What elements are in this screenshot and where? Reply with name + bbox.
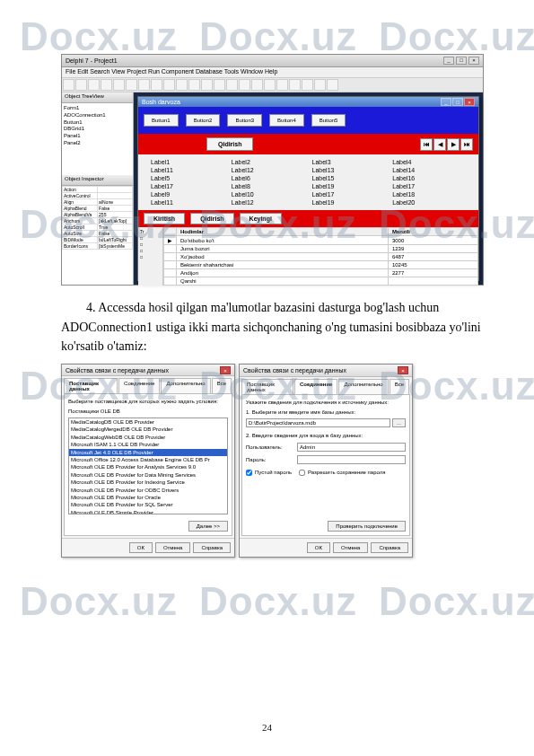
tab-connection: Соединение: [118, 378, 160, 393]
form-button: Button5: [311, 114, 346, 127]
ide-titlebar: Delphi 7 - Project1 _ □ ×: [62, 55, 483, 67]
form-window: Bosh darvoza _ □ × Button1 Button2 Butto…: [137, 96, 479, 281]
datalink-dialog-provider: Свойства связи с передачи данных × Поста…: [61, 364, 235, 558]
watermark: Docx.uz: [199, 579, 357, 624]
password-input: [297, 455, 406, 464]
tab-provider: Поставщик данных: [64, 378, 118, 393]
minimize-icon: _: [441, 98, 451, 106]
password-label: Пароль:: [246, 456, 294, 463]
dialog-title: Свойства связи с передачи данных: [66, 367, 169, 374]
selected-provider: Microsoft Jet 4.0 OLE DB Provider: [69, 449, 227, 456]
insert-button: Kiritish: [144, 213, 185, 224]
list-header: Поставщики OLE DB: [68, 408, 228, 415]
tab-all: Все: [212, 378, 232, 393]
next-button: Далее >>: [188, 521, 228, 532]
next-button: Keyingi: [240, 213, 282, 224]
page-number: 24: [0, 722, 534, 733]
save-password-checkbox: Разрешить сохранение пароля: [299, 469, 385, 476]
form-dbgrid: Tr□□□□ HodimlarManzili ▶Do'stbobo ko't30…: [138, 227, 478, 286]
help-button: Справка: [371, 542, 408, 553]
ide-title: Delphi 7 - Project1: [66, 57, 118, 64]
datalink-dialog-connection: Свойства связи с передачи данных × Поста…: [239, 364, 413, 558]
ok-button: ОК: [129, 542, 153, 553]
nav-last-icon: ⏭: [460, 138, 473, 151]
ide-sidebar: Object TreeView Form1 ADOConnection1 But…: [62, 92, 134, 285]
maximize-icon: □: [452, 98, 463, 106]
minimize-icon: _: [443, 57, 454, 65]
blank-password-checkbox: Пустой пароль: [246, 469, 292, 476]
object-inspector-header: Object Inspector: [62, 175, 133, 186]
ide-designer: Bosh darvoza _ □ × Button1 Button2 Butto…: [134, 92, 483, 285]
dialog-tabs: Поставщик данных Соединение Дополнительн…: [62, 376, 234, 393]
form-button: Button3: [227, 114, 262, 127]
object-inspector: Action ActiveControl AlignalNone AlphaBl…: [62, 186, 133, 285]
object-treeview: Form1 ADOConnection1 Button1 DBGrid1 Pan…: [62, 103, 133, 175]
tab-advanced: Дополнительно: [338, 379, 388, 394]
cancel-button: Отмена: [155, 542, 191, 553]
form-button: Button1: [144, 114, 179, 127]
form-labels-panel: Label1Label2Label3Label4 Label11Label12L…: [138, 154, 478, 210]
body-paragraph: 4. Accessda hosil qilgan ma'lumotlar baz…: [61, 298, 484, 356]
dialog-prompt: Выберите поставщиков для которых нужно з…: [68, 398, 228, 405]
tab-advanced: Дополнительно: [161, 378, 210, 393]
object-treeview-header: Object TreeView: [62, 92, 133, 103]
cancel-button: Отмена: [333, 542, 369, 553]
item2-label: 2. Введите сведения для входа в базу дан…: [246, 432, 406, 439]
test-connection-button: Проверить подключение: [328, 521, 406, 532]
form-title: Bosh darvoza: [142, 99, 180, 105]
dialog-title: Свойства связи с передачи данных: [243, 367, 346, 374]
username-input: [297, 443, 406, 452]
watermark: Docx.uz: [20, 579, 178, 624]
provider-list: MediaCatalogDB OLE DB Provider MediaCata…: [68, 418, 228, 514]
tab-connection: Соединение: [294, 379, 337, 394]
navigator-icons: ⏮ ◀ ▶ ⏭: [420, 138, 473, 151]
maximize-icon: □: [456, 57, 467, 65]
ide-menubar: File Edit Search View Project Run Compon…: [62, 67, 483, 78]
ide-toolbar: [62, 78, 483, 92]
dialog-tabs: Поставщик данных Соединение Дополнительн…: [240, 377, 412, 394]
tab-all: Все: [390, 379, 409, 394]
form-action-panel: Kiritish Qidirish Keyingi: [138, 210, 478, 227]
tab-provider: Поставщик данных: [241, 379, 293, 394]
form-button: Button4: [269, 114, 304, 127]
search-button: Qidirish: [190, 213, 233, 224]
form-top-panel: Button1 Button2 Button3 Button4 Button5: [138, 107, 478, 134]
nav-first-icon: ⏮: [420, 138, 433, 151]
db-path-input: [246, 418, 390, 427]
help-button: Справка: [193, 542, 231, 553]
watermark: Docx.uz: [379, 579, 534, 624]
nav-next-icon: ▶: [447, 138, 460, 151]
browse-button: ...: [392, 418, 406, 427]
item1-label: 1. Выберите или введите имя базы данных:: [246, 409, 406, 416]
close-icon: ×: [398, 366, 408, 374]
ok-button: ОК: [307, 542, 330, 553]
form-button: Button2: [186, 114, 221, 127]
ide-screenshot: Delphi 7 - Project1 _ □ × File Edit Sear…: [61, 54, 484, 286]
search-button: Qidirish: [206, 137, 253, 151]
form-search-panel: Qidirish ⏮ ◀ ▶ ⏭: [138, 134, 478, 154]
user-label: Пользователь:: [246, 444, 294, 451]
nav-prev-icon: ◀: [433, 138, 446, 151]
dialog-prompt: Укажите сведения для подключения к источ…: [246, 399, 406, 406]
close-icon: ×: [220, 366, 231, 374]
close-icon: ×: [468, 57, 479, 65]
close-icon: ×: [464, 98, 475, 106]
